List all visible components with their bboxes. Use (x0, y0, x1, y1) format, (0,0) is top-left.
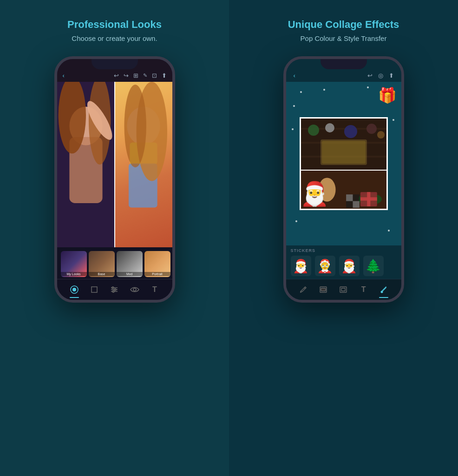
svg-point-28 (366, 124, 377, 134)
right-panel: Unique Collage Effects Pop Colour & Styl… (229, 0, 458, 476)
svg-rect-12 (92, 287, 97, 292)
crop-icon[interactable] (88, 283, 101, 296)
redo-icon[interactable]: ↪ (124, 72, 129, 79)
svg-point-24 (308, 125, 319, 136)
thumbnail-portrait[interactable]: Portrait (144, 251, 170, 277)
compare-icon[interactable]: ⊡ (152, 72, 157, 79)
left-panel-subtitle: Choose or create your own. (72, 34, 157, 42)
right-phone-side-btn-right (403, 106, 404, 133)
collage-top-image: MerryChristmas (301, 119, 386, 170)
stickers-row: 🎅 🤶 🎅 🌲 (291, 256, 397, 276)
sticker-elf[interactable]: 🤶 (315, 256, 335, 276)
svg-point-18 (112, 291, 114, 292)
svg-rect-45 (341, 288, 345, 291)
svg-point-9 (124, 85, 146, 167)
split-divider (114, 82, 115, 247)
snow-dot (388, 230, 390, 231)
sticker-tree[interactable]: 🌲 (363, 256, 384, 276)
thumbnail-base[interactable]: Base (89, 251, 115, 277)
left-phone-screen: ‹ ↩ ↪ ⊞ ✎ ⊡ ⬆ (57, 59, 172, 300)
svg-point-17 (114, 289, 116, 291)
right-bottom-bar: T (286, 279, 401, 300)
thumbnail-my-looks[interactable]: My Looks (61, 251, 87, 277)
right-frame-icon[interactable] (337, 283, 350, 296)
right-brush-icon[interactable] (377, 283, 390, 296)
left-panel: Professional Looks Choose or create your… (0, 0, 229, 476)
right-focus-icon[interactable]: ◎ (378, 72, 383, 79)
looks-icon[interactable] (68, 283, 81, 296)
sticker-santa-2[interactable]: 🎅 (339, 256, 360, 276)
svg-point-19 (133, 288, 136, 291)
back-icon[interactable]: ‹ (63, 72, 65, 79)
phone-side-btn-left2 (54, 119, 55, 138)
right-phone: ‹ ↩ ◎ ⬆ 🎁 (283, 56, 404, 303)
right-image-area: 🎁 (286, 82, 401, 245)
edit-icon[interactable]: ✎ (143, 73, 147, 79)
right-panel-subtitle: Pop Colour & Style Transfer (301, 34, 387, 42)
right-back-icon[interactable]: ‹ (294, 72, 295, 79)
grid-icon[interactable]: ⊞ (133, 72, 138, 79)
svg-rect-40 (353, 201, 359, 208)
right-panel-title: Unique Collage Effects (288, 19, 399, 31)
svg-rect-44 (340, 287, 347, 292)
phone-side-btn-left (54, 96, 55, 115)
svg-rect-37 (360, 197, 377, 200)
adjust-icon[interactable] (108, 283, 121, 296)
svg-point-46 (380, 291, 383, 293)
svg-point-16 (112, 287, 114, 289)
svg-rect-43 (321, 288, 326, 291)
phone-notch-left (92, 59, 138, 69)
stickers-label: STICKERS (291, 248, 397, 253)
thumbnail-label-2: Mvd (117, 272, 143, 276)
thumbnails-row: My Looks Base Mvd Portrait (57, 247, 172, 279)
svg-point-11 (72, 288, 76, 291)
right-share-icon[interactable]: ⬆ (389, 72, 394, 79)
thumbnail-label-0: My Looks (61, 272, 87, 276)
right-text-icon[interactable]: T (357, 283, 370, 296)
snow-dot (295, 220, 297, 222)
svg-point-26 (325, 123, 334, 132)
snow-dot (393, 119, 394, 121)
image-left-half (57, 82, 115, 247)
text-icon-left[interactable]: T (148, 283, 161, 296)
snow-dot (367, 86, 369, 88)
sticker-santa-1[interactable]: 🎅 (291, 256, 311, 276)
snow-dot (300, 91, 302, 93)
phone-side-btn-right (174, 106, 175, 133)
snow-dot (323, 89, 325, 91)
svg-point-29 (377, 131, 385, 139)
right-phone-side-btn-left (283, 96, 284, 115)
right-phone-screen: ‹ ↩ ◎ ⬆ 🎁 (286, 59, 401, 300)
thumbnail-label-3: Portrait (144, 272, 170, 276)
right-layers-icon[interactable] (317, 283, 330, 296)
left-image-area (57, 82, 172, 247)
left-phone: ‹ ↩ ↪ ⊞ ✎ ⊡ ⬆ (54, 56, 175, 303)
right-undo-icon[interactable]: ↩ (367, 72, 373, 79)
undo-icon[interactable]: ↩ (114, 72, 119, 79)
svg-point-27 (344, 125, 357, 138)
image-right-half (115, 82, 172, 247)
left-bottom-bar: T (57, 279, 172, 300)
right-pencil-icon[interactable] (297, 283, 310, 296)
thumbnail-mvd[interactable]: Mvd (117, 251, 143, 277)
svg-line-41 (304, 288, 305, 289)
eye-icon[interactable] (128, 283, 141, 296)
snow-dot (293, 105, 295, 107)
stickers-section: STICKERS 🎅 🤶 🎅 🌲 (286, 245, 401, 279)
right-phone-side-btn-left2 (283, 119, 284, 138)
share-icon[interactable]: ⬆ (162, 72, 167, 79)
svg-rect-31 (322, 141, 366, 164)
svg-rect-39 (346, 194, 353, 201)
left-panel-title: Professional Looks (67, 19, 162, 31)
gift-sticker: 🎁 (378, 86, 397, 105)
thumbnail-label-1: Base (89, 272, 115, 276)
phone-notch-right (321, 59, 367, 69)
santa-sticker: 🎅 (300, 180, 326, 213)
snow-dot (292, 128, 294, 130)
